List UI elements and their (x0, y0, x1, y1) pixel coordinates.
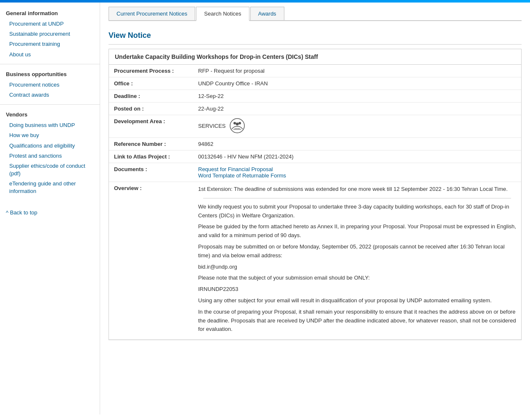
sidebar-link-protest[interactable]: Protest and sanctions (0, 151, 100, 161)
field-value-posted-on: 22-Aug-22 (193, 103, 521, 115)
sidebar-link-etendering[interactable]: eTendering guide and other information (0, 179, 100, 196)
table-row: Reference Number : 94862 (109, 138, 521, 151)
field-value-ref-number: 94862 (193, 138, 521, 151)
tab-current-procurement[interactable]: Current Procurement Notices (109, 7, 195, 20)
overview-p4: Proposals may be submitted on or before … (198, 243, 516, 260)
back-to-top-link[interactable]: ^ Back to top (0, 201, 100, 224)
svg-point-2 (238, 122, 241, 124)
sidebar-link-ethics[interactable]: Supplier ethics/code of conduct (pdf) (0, 161, 100, 179)
overview-p7: In the course of preparing your Proposal… (198, 308, 516, 334)
sidebar: General information Procurement at UNDP … (0, 3, 100, 415)
sidebar-general-info-section: General information Procurement at UNDP … (0, 7, 100, 60)
field-label-overview: Overview : (109, 182, 193, 340)
overview-p5: Please note that the subject of your sub… (198, 274, 516, 283)
sidebar-business-section: Business opportunities Procurement notic… (0, 68, 100, 100)
overview-p6: Using any other subject for your email w… (198, 296, 516, 305)
overview-email: bid.ir@undp.org (198, 263, 516, 272)
sidebar-divider-1 (0, 64, 100, 64)
svg-point-3 (236, 123, 239, 126)
sidebar-link-contract-awards[interactable]: Contract awards (0, 90, 100, 100)
field-label-documents: Documents : (109, 163, 193, 182)
field-value-documents: Request for Financial Proposal Word Temp… (193, 163, 521, 182)
sidebar-divider-2 (0, 104, 100, 105)
table-row: Office : UNDP Country Office - IRAN (109, 77, 521, 90)
sidebar-link-how-we-buy[interactable]: How we buy (0, 130, 100, 140)
svg-point-0 (230, 119, 244, 133)
tab-search-notices[interactable]: Search Notices (196, 7, 249, 21)
sidebar-link-procurement-notices[interactable]: Procurement notices (0, 80, 100, 90)
svg-point-1 (233, 122, 236, 124)
table-row-documents: Documents : Request for Financial Propos… (109, 163, 521, 182)
overview-content: 1st Extension: The deadline of submissio… (198, 185, 516, 334)
field-value-procurement-process: RFP - Request for proposal (193, 65, 521, 77)
dev-area-value: SERVICES (198, 123, 226, 129)
notice-box: Undertake Capacity Building Workshops fo… (109, 49, 522, 340)
pdf-suffix: (pdf) (9, 170, 21, 177)
overview-p3: Please be guided by the form attached he… (198, 222, 516, 240)
doc-link-word-template[interactable]: Word Template of Returnable Forms (198, 172, 516, 179)
field-label-procurement-process: Procurement Process : (109, 65, 193, 77)
table-row: Posted on : 22-Aug-22 (109, 103, 521, 115)
field-label-ref-number: Reference Number : (109, 138, 193, 151)
notice-heading: Undertake Capacity Building Workshops fo… (109, 49, 521, 65)
overview-divider (203, 198, 511, 198)
field-label-office: Office : (109, 77, 193, 90)
sidebar-link-doing-business[interactable]: Doing business with UNDP (0, 120, 100, 130)
field-value-deadline: 12-Sep-22 (193, 90, 521, 103)
overview-subject: IRNUNDP22053 (198, 285, 516, 294)
sidebar-link-training[interactable]: Procurement training (0, 39, 100, 49)
field-label-deadline: Deadline : (109, 90, 193, 103)
field-label-atlas: Link to Atlas Project : (109, 151, 193, 163)
services-icon (230, 118, 245, 135)
table-row: Procurement Process : RFP - Request for … (109, 65, 521, 77)
doc-link-rfp[interactable]: Request for Financial Proposal (198, 166, 516, 172)
navigation-tabs: Current Procurement Notices Search Notic… (109, 7, 522, 21)
field-label-dev-area: Development Area : (109, 115, 193, 138)
table-row: Deadline : 12-Sep-22 (109, 90, 521, 103)
view-notice-title: View Notice (109, 28, 522, 45)
sidebar-link-about[interactable]: About us (0, 50, 100, 60)
overview-p1: 1st Extension: The deadline of submissio… (198, 185, 516, 194)
field-value-atlas: 00132646 - HIV New NFM (2021-2024) (193, 151, 521, 163)
field-label-posted-on: Posted on : (109, 103, 193, 115)
field-value-dev-area: SERVICES (193, 115, 521, 138)
sidebar-link-qualifications[interactable]: Qualifications and eligibility (0, 141, 100, 151)
sidebar-vendors-title: Vendors (0, 108, 100, 120)
table-row-overview: Overview : 1st Extension: The deadline o… (109, 182, 521, 340)
notice-details-table: Procurement Process : RFP - Request for … (109, 65, 521, 340)
table-row: Link to Atlas Project : 00132646 - HIV N… (109, 151, 521, 163)
sidebar-business-title: Business opportunities (0, 68, 100, 80)
main-content: Current Procurement Notices Search Notic… (100, 3, 530, 415)
tab-awards[interactable]: Awards (250, 7, 284, 20)
sidebar-general-info-title: General information (0, 7, 100, 19)
sidebar-vendors-section: Vendors Doing business with UNDP How we … (0, 108, 100, 197)
sidebar-link-procurement-undp[interactable]: Procurement at UNDP (0, 19, 100, 29)
table-row: Development Area : SERVICES (109, 115, 521, 138)
sidebar-link-sustainable[interactable]: Sustainable procurement (0, 29, 100, 39)
field-value-overview: 1st Extension: The deadline of submissio… (193, 182, 521, 340)
overview-p2: We kindly request you to submit your Pro… (198, 203, 516, 220)
field-value-office: UNDP Country Office - IRAN (193, 77, 521, 90)
